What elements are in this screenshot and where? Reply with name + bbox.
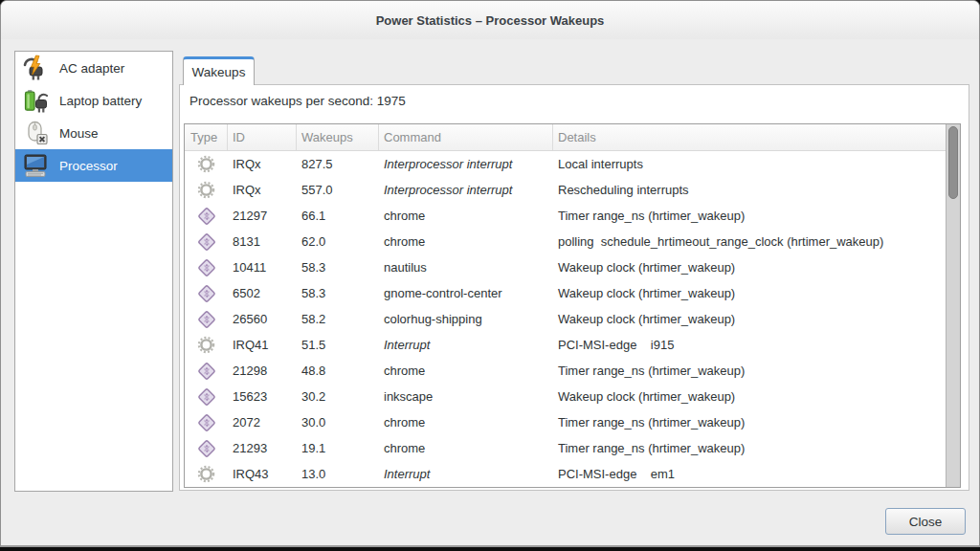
row-id: IRQx xyxy=(228,151,297,177)
row-details: polling schedule_hrtimeout_range_clock (… xyxy=(553,229,946,254)
row-id: IRQx xyxy=(228,177,297,203)
row-id: 21297 xyxy=(228,203,297,229)
table-row[interactable]: IRQ41 51.5 Interrupt PCI-MSI-edge i915 xyxy=(185,332,946,358)
row-details: Rescheduling interrupts xyxy=(553,177,946,203)
titlebar[interactable]: Power Statistics – Processor Wakeups xyxy=(1,1,979,39)
row-wakeups: 13.0 xyxy=(297,461,379,487)
sidebar-item-label: Mouse xyxy=(59,126,99,141)
table-row[interactable]: 10411 58.3 nautilus Wakeup clock (hrtime… xyxy=(185,254,946,280)
row-type-cell xyxy=(185,310,228,329)
row-type-cell xyxy=(185,387,228,407)
row-details: Timer range_ns (hrtimer_wakeup) xyxy=(553,409,946,435)
row-details: Wakeup clock (hrtimer_wakeup) xyxy=(553,280,946,306)
table-row[interactable]: 2072 30.0 chrome Timer range_ns (hrtimer… xyxy=(185,409,946,435)
table-header: Type ID Wakeups Command Details xyxy=(185,124,946,151)
row-type-cell xyxy=(185,284,228,303)
row-type-cell xyxy=(185,232,228,252)
row-details: Local interrupts xyxy=(553,151,946,177)
close-button[interactable]: Close xyxy=(885,508,966,535)
row-id: 15623 xyxy=(228,384,297,409)
row-wakeups: 66.1 xyxy=(297,203,379,229)
row-type-cell xyxy=(185,439,228,458)
row-type-cell xyxy=(185,362,228,381)
diamond-icon xyxy=(197,439,216,458)
table-row[interactable]: 8131 62.0 chrome polling schedule_hrtime… xyxy=(185,229,946,254)
row-wakeups: 51.5 xyxy=(297,332,379,358)
ac-adapter-icon xyxy=(21,55,50,81)
gear-icon xyxy=(197,155,215,173)
tab-label: Wakeups xyxy=(192,65,246,79)
table-row[interactable]: IRQx 827.5 Interprocessor interrupt Loca… xyxy=(185,151,946,177)
wakeups-table: Type ID Wakeups Command Details IRQx 827… xyxy=(184,123,961,488)
row-wakeups: 62.0 xyxy=(297,229,379,254)
row-command: Interprocessor interrupt xyxy=(379,151,553,177)
diamond-icon xyxy=(197,413,216,432)
row-id: 6502 xyxy=(228,280,297,306)
diamond-icon xyxy=(197,284,216,303)
row-wakeups: 30.0 xyxy=(297,409,379,435)
row-command: chrome xyxy=(379,409,553,435)
row-id: 26560 xyxy=(228,306,297,332)
row-details: Timer range_ns (hrtimer_wakeup) xyxy=(553,203,946,229)
table-scrollbar[interactable] xyxy=(946,124,960,487)
sidebar-item-ac-adapter[interactable]: AC adapter xyxy=(15,52,172,84)
column-header-wakeups[interactable]: Wakeups xyxy=(297,124,379,150)
column-header-id[interactable]: ID xyxy=(228,124,297,150)
row-id: 2072 xyxy=(228,409,297,435)
gear-icon xyxy=(197,336,215,354)
column-header-type[interactable]: Type xyxy=(185,124,228,150)
table-row[interactable]: IRQ43 13.0 Interrupt PCI-MSI-edge em1 xyxy=(185,461,946,487)
table-row[interactable]: 6502 58.3 gnome-control-center Wakeup cl… xyxy=(185,280,946,306)
diamond-icon xyxy=(197,310,216,329)
diamond-icon xyxy=(197,232,216,252)
row-type-cell xyxy=(185,155,228,173)
sidebar-item-processor[interactable]: Processor xyxy=(15,149,172,182)
table-row[interactable]: 15623 30.2 inkscape Wakeup clock (hrtime… xyxy=(185,384,946,409)
table-row[interactable]: 26560 58.2 colorhug-shipping Wakeup cloc… xyxy=(185,306,946,332)
table-row[interactable]: 21297 66.1 chrome Timer range_ns (hrtime… xyxy=(185,203,946,229)
diamond-icon xyxy=(197,258,216,277)
tab-wakeups[interactable]: Wakeups xyxy=(183,56,255,85)
row-command: chrome xyxy=(379,203,553,229)
row-type-cell xyxy=(185,207,228,226)
row-id: IRQ43 xyxy=(228,461,297,487)
row-wakeups: 58.2 xyxy=(297,306,379,332)
row-details: Timer range_ns (hrtimer_wakeup) xyxy=(553,435,946,461)
sidebar-item-mouse[interactable]: Mouse xyxy=(15,117,172,149)
table-row[interactable]: 21298 48.8 chrome Timer range_ns (hrtime… xyxy=(185,358,946,384)
row-wakeups: 30.2 xyxy=(297,384,379,409)
row-type-cell xyxy=(185,336,228,354)
row-details: Wakeup clock (hrtimer_wakeup) xyxy=(553,306,946,332)
row-wakeups: 557.0 xyxy=(297,177,379,203)
table-row[interactable]: 21293 19.1 chrome Timer range_ns (hrtime… xyxy=(185,435,946,461)
row-command: gnome-control-center xyxy=(379,280,553,306)
row-wakeups: 58.3 xyxy=(297,280,379,306)
row-details: PCI-MSI-edge i915 xyxy=(553,332,946,358)
row-command: inkscape xyxy=(379,384,553,409)
laptop-battery-icon xyxy=(21,87,50,114)
window-title: Power Statistics – Processor Wakeups xyxy=(376,13,605,28)
row-command: chrome xyxy=(379,358,553,384)
processor-icon xyxy=(21,152,50,179)
table-body: IRQx 827.5 Interprocessor interrupt Loca… xyxy=(185,151,946,487)
scrollbar-thumb[interactable] xyxy=(948,126,958,199)
row-type-cell xyxy=(185,258,228,277)
row-command: nautilus xyxy=(379,254,553,280)
row-command: Interprocessor interrupt xyxy=(379,177,553,203)
diamond-icon xyxy=(197,362,216,381)
diamond-icon xyxy=(197,387,216,407)
table-row[interactable]: IRQx 557.0 Interprocessor interrupt Resc… xyxy=(185,177,946,203)
sidebar-item-laptop-battery[interactable]: Laptop battery xyxy=(15,84,172,117)
row-details: Wakeup clock (hrtimer_wakeup) xyxy=(553,384,946,409)
wakeups-summary: Processor wakeups per second: 1975 xyxy=(189,94,406,108)
column-header-command[interactable]: Command xyxy=(379,124,553,150)
row-details: PCI-MSI-edge em1 xyxy=(553,461,946,487)
column-header-details[interactable]: Details xyxy=(553,124,946,150)
row-command: Interrupt xyxy=(379,332,553,358)
row-id: 21298 xyxy=(228,358,297,384)
row-wakeups: 19.1 xyxy=(297,435,379,461)
row-id: 21293 xyxy=(228,435,297,461)
device-list: AC adapter Laptop battery xyxy=(14,51,173,492)
power-statistics-window: Power Statistics – Processor Wakeups AC … xyxy=(0,0,980,547)
row-id: IRQ41 xyxy=(228,332,297,358)
